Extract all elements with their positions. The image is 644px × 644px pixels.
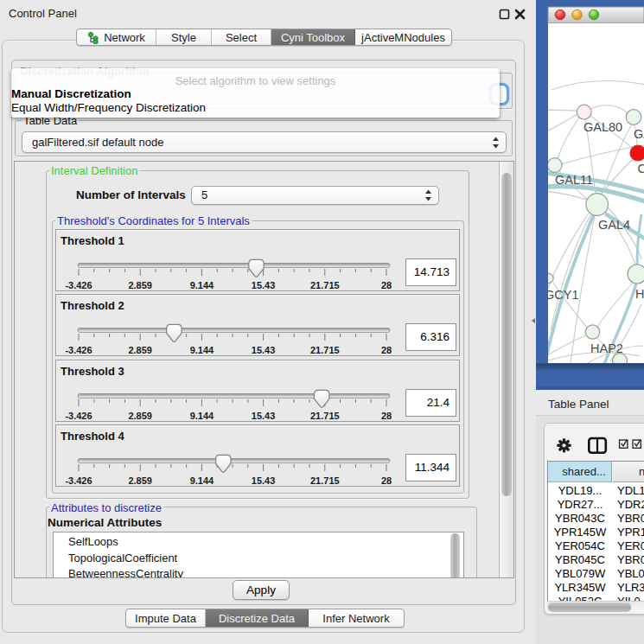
svg-text:9.144: 9.144 — [190, 411, 214, 421]
svg-text:21.715: 21.715 — [310, 475, 340, 486]
svg-text:15.43: 15.43 — [252, 411, 276, 421]
svg-text:GA: GA — [634, 127, 644, 141]
svg-text:HAP2: HAP2 — [590, 341, 623, 355]
svg-text:GCY1: GCY1 — [545, 288, 579, 302]
svg-text:15.43: 15.43 — [252, 280, 276, 290]
svg-text:GAL80: GAL80 — [583, 120, 622, 134]
svg-text:2.859: 2.859 — [128, 475, 152, 486]
svg-text:15.43: 15.43 — [252, 475, 276, 486]
svg-text:28: 28 — [381, 280, 392, 290]
svg-text:-3.426: -3.426 — [65, 475, 92, 486]
svg-text:28: 28 — [381, 411, 392, 421]
svg-text:21.715: 21.715 — [310, 280, 340, 290]
svg-text:GAL11: GAL11 — [555, 173, 593, 187]
svg-text:15.43: 15.43 — [252, 345, 276, 355]
svg-text:28: 28 — [381, 475, 392, 486]
svg-text:9.144: 9.144 — [190, 280, 214, 290]
svg-text:-3.426: -3.426 — [65, 345, 92, 355]
svg-text:H: H — [635, 287, 644, 301]
svg-text:C: C — [638, 162, 644, 175]
svg-text:2.859: 2.859 — [128, 345, 152, 355]
svg-text:2.859: 2.859 — [128, 280, 152, 290]
svg-text:2.859: 2.859 — [128, 411, 152, 421]
svg-text:GAL4: GAL4 — [598, 218, 630, 232]
svg-text:21.715: 21.715 — [310, 411, 340, 421]
svg-text:28: 28 — [381, 345, 392, 355]
svg-text:9.144: 9.144 — [190, 475, 214, 486]
svg-text:-3.426: -3.426 — [65, 411, 92, 421]
svg-text:21.715: 21.715 — [310, 345, 340, 355]
svg-text:9.144: 9.144 — [190, 345, 214, 355]
svg-text:-3.426: -3.426 — [65, 280, 92, 290]
